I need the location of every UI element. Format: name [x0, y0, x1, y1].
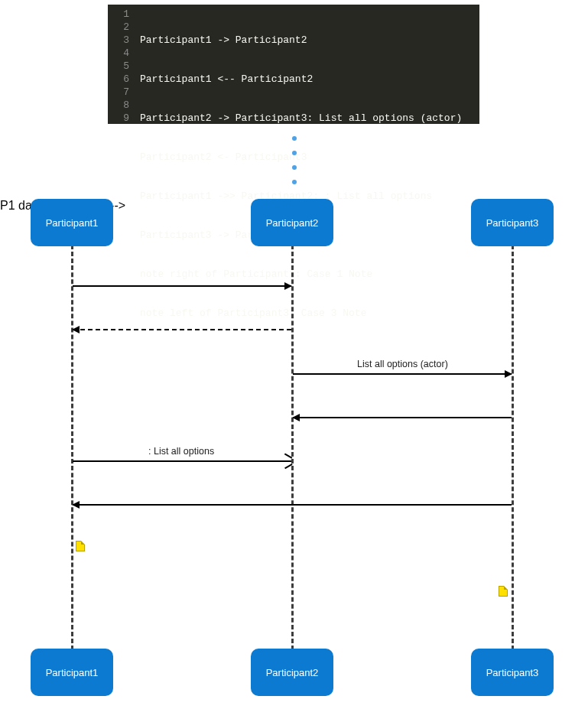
line-number: 7 — [108, 86, 129, 99]
arrowhead-left-icon — [292, 414, 300, 421]
message-label-3: List all options (actor) — [357, 359, 448, 369]
note-icon-p3[interactable] — [499, 586, 508, 597]
line-number: 2 — [108, 21, 129, 34]
message-arrow-3[interactable] — [293, 373, 512, 375]
note-icon-p1[interactable] — [76, 541, 85, 551]
line-number: 1 — [108, 8, 129, 21]
message-arrow-5[interactable] — [73, 460, 291, 462]
sequence-diagram: Participant1 Participant2 Participant3 P… — [0, 199, 588, 704]
connector-dots — [292, 136, 297, 184]
participant-label: Participant1 — [46, 217, 99, 229]
line-number: 5 — [108, 60, 129, 73]
participant-box-p2-bottom[interactable]: Participant2 — [251, 649, 333, 696]
line-number-gutter: 1 2 3 4 5 6 7 8 9 — [108, 5, 135, 124]
arrowhead-left-icon — [72, 501, 80, 509]
message-arrow-1[interactable] — [73, 285, 291, 287]
code-line: Participant1 <-- Participant2 — [140, 73, 462, 86]
participant-label: Participant3 — [486, 217, 539, 229]
lifeline-p2 — [291, 245, 294, 650]
participant-box-p2-top[interactable]: Participant2 — [251, 199, 333, 246]
participant-box-p3-top[interactable]: Participant3 — [471, 199, 554, 246]
message-label-5: : List all options — [148, 446, 214, 457]
participant-box-p1-top[interactable]: Participant1 — [31, 199, 113, 246]
code-line: Participant1 -> Participant2 — [140, 34, 462, 47]
code-editor[interactable]: 1 2 3 4 5 6 7 8 9 Participant1 -> Partic… — [108, 5, 479, 124]
lifeline-p3 — [512, 245, 514, 650]
arrowhead-right-icon — [284, 282, 292, 290]
arrowhead-open-right-icon — [284, 457, 292, 465]
participant-box-p1-bottom[interactable]: Participant1 — [31, 649, 113, 696]
line-number: 3 — [108, 34, 129, 47]
arrowhead-right-icon — [505, 370, 512, 378]
line-number: 9 — [108, 112, 129, 125]
dot-icon — [292, 136, 297, 141]
lifeline-p1 — [71, 245, 73, 650]
dot-icon — [292, 180, 297, 184]
participant-label: Participant2 — [266, 217, 319, 229]
line-number: 8 — [108, 99, 129, 112]
participant-box-p3-bottom[interactable]: Participant3 — [471, 649, 554, 696]
dot-icon — [292, 151, 297, 155]
line-number: 4 — [108, 47, 129, 60]
code-line: Participant2 -> Participant3: List all o… — [140, 112, 462, 125]
participant-label: Participant3 — [486, 667, 539, 678]
line-number: 6 — [108, 73, 129, 86]
participant-label: Participant1 — [46, 667, 99, 678]
message-arrow-2[interactable] — [73, 329, 291, 330]
message-arrow-6[interactable] — [73, 504, 512, 506]
code-content[interactable]: Participant1 -> Participant2 Participant… — [135, 5, 462, 124]
arrowhead-left-icon — [72, 326, 80, 333]
participant-label: Participant2 — [266, 667, 319, 678]
code-line: Participant2 <- Participant3 — [140, 151, 462, 164]
message-arrow-4[interactable] — [293, 417, 512, 418]
dot-icon — [292, 165, 297, 170]
